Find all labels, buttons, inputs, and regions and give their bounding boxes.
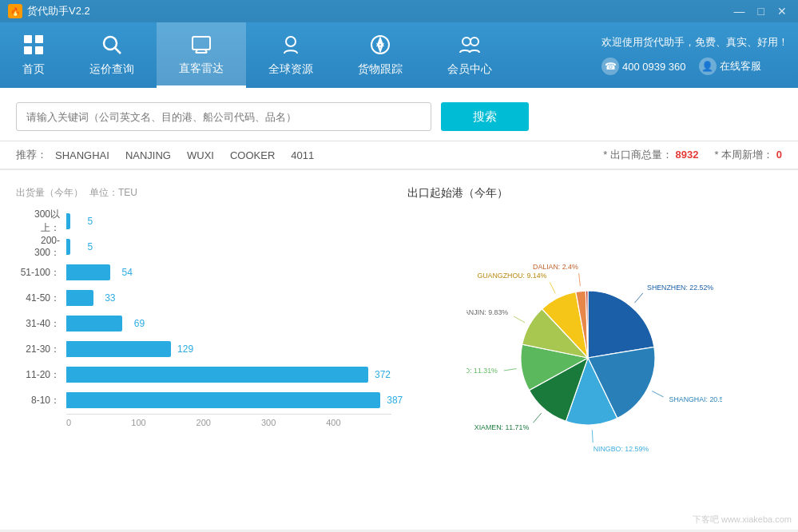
svg-line-18 — [593, 430, 594, 443]
nav-label-member: 会员中心 — [447, 62, 492, 77]
svg-point-4 — [104, 37, 117, 50]
recommend-tags: SHANGHAI NANJING WUXI COOKER 4011 — [55, 149, 314, 161]
contact-bar: ☎ 400 0939 360 👤 在线客服 — [601, 58, 788, 75]
bar-value-label: 5 — [87, 241, 93, 252]
bar-value-label: 33 — [105, 292, 115, 304]
pie-container: SHENZHEN: 22.52%SHANGHAI: 20.5%NINGBO: 1… — [407, 208, 783, 514]
nav-label-home: 首页 — [22, 62, 45, 77]
pie-label: XIAMEN: 11.71% — [474, 423, 530, 431]
nav-item-home[interactable]: 首页 — [0, 22, 67, 88]
total-label: * 出口商总量： — [603, 149, 673, 161]
bar-track: 54 — [66, 264, 391, 280]
search-input[interactable] — [16, 102, 431, 131]
bar-label: 51-100： — [16, 266, 60, 280]
bar-track: 5 — [66, 213, 391, 229]
week-value: 0 — [776, 149, 782, 161]
tag-wuxi[interactable]: WUXI — [187, 149, 214, 161]
recommend-bar: 推荐： SHANGHAI NANJING WUXI COOKER 4011 * … — [0, 141, 798, 170]
nav-item-member[interactable]: 会员中心 — [425, 22, 514, 88]
nav-label-tracking: 货物跟踪 — [358, 62, 403, 77]
bar-label: 200-300： — [16, 235, 60, 260]
nav-label-radar: 直客雷达 — [179, 62, 224, 76]
pie-svg: SHENZHEN: 22.52%SHANGHAI: 20.5%NINGBO: 1… — [466, 249, 722, 473]
bar-row: 300以上：5 — [16, 211, 391, 232]
bar-chart: 300以上：5200-300：551-100：5441-50：3331-40：6… — [16, 211, 391, 411]
x-tick: 100 — [131, 418, 196, 427]
svg-rect-1 — [35, 35, 43, 43]
title-bar-controls: — □ ✕ — [731, 5, 790, 18]
tag-cooker[interactable]: COOKER — [230, 149, 275, 161]
svg-marker-13 — [378, 45, 383, 51]
title-bar: 🔥 货代助手V2.2 — □ ✕ — [0, 0, 798, 22]
tag-nanjing[interactable]: NANJING — [125, 149, 171, 161]
search-section: 搜索 — [0, 88, 798, 141]
pie-label: SHENZHEN: 22.52% — [647, 284, 713, 292]
bar-track: 372 — [66, 367, 391, 383]
phone-icon: ☎ — [601, 58, 619, 75]
svg-rect-6 — [193, 37, 210, 50]
maximize-button[interactable]: □ — [755, 5, 768, 18]
service-badge[interactable]: 👤 在线客服 — [699, 58, 761, 75]
svg-line-17 — [653, 391, 664, 397]
search-icon — [101, 34, 123, 59]
pie-label: QINGDAO: 11.31% — [466, 367, 498, 375]
nav-item-radar[interactable]: 直客雷达 — [157, 22, 246, 88]
bar-track: 129 — [66, 341, 391, 357]
pie-chart-section: 出口起始港（今年） SHENZHEN: 22.52%SHANGHAI: 20.5… — [407, 186, 783, 514]
svg-rect-0 — [24, 35, 32, 43]
total-stat: * 出口商总量： 8932 — [603, 148, 698, 162]
bar-value-label: 69 — [134, 318, 145, 329]
close-button[interactable]: ✕ — [774, 5, 790, 18]
tag-shanghai[interactable]: SHANGHAI — [55, 149, 109, 161]
pie-label: GUANGZHOU: 9.14% — [478, 272, 547, 280]
recommend-stats: * 出口商总量： 8932 * 本周新增： 0 — [603, 148, 782, 162]
nav-right: 欢迎使用货代助手，免费、真实、好用！ ☎ 400 0939 360 👤 在线客服 — [601, 22, 798, 88]
svg-line-23 — [579, 273, 581, 286]
tag-4011[interactable]: 4011 — [291, 149, 314, 161]
pie-chart-title: 出口起始港（今年） — [407, 186, 783, 200]
search-button[interactable]: 搜索 — [441, 102, 529, 131]
bar-fill: 5 — [66, 213, 70, 229]
pie-label: SHANGHAI: 20.5% — [669, 395, 722, 403]
service-label: 在线客服 — [720, 59, 761, 73]
minimize-button[interactable]: — — [731, 5, 748, 18]
nav-item-tracking[interactable]: 货物跟踪 — [335, 22, 425, 88]
bar-label: 8-10： — [16, 394, 60, 407]
bar-value-label: 387 — [387, 395, 403, 406]
bar-label: 300以上： — [16, 208, 60, 235]
week-stat: * 本周新增： 0 — [714, 148, 782, 162]
watermark: 下客吧 www.xiakeba.com — [693, 514, 792, 526]
bar-fill: 387 — [66, 392, 380, 408]
bar-label: 31-40： — [16, 317, 60, 331]
bar-row: 21-30：129 — [16, 339, 391, 359]
welcome-text: 欢迎使用货代助手，免费、真实、好用！ — [601, 35, 788, 50]
pie-label: TIANJIN: 9.83% — [466, 308, 508, 316]
bar-row: 11-20：372 — [16, 364, 391, 385]
svg-line-21 — [514, 316, 525, 323]
bar-fill: 129 — [66, 341, 171, 357]
bar-fill: 54 — [66, 264, 110, 280]
bar-fill: 5 — [66, 239, 70, 255]
x-tick: 400 — [326, 418, 391, 427]
x-tick: 0 — [66, 418, 131, 427]
svg-point-10 — [286, 37, 296, 46]
svg-point-15 — [470, 38, 478, 46]
svg-line-19 — [534, 413, 542, 423]
svg-line-16 — [635, 293, 643, 303]
pie-segment — [588, 291, 654, 358]
bar-row: 51-100：54 — [16, 262, 391, 283]
bar-row: 8-10：387 — [16, 390, 391, 411]
title-bar-left: 🔥 货代助手V2.2 — [8, 4, 90, 18]
bar-chart-unit: 单位：TEU — [89, 186, 137, 200]
x-axis: 0100200300400 — [66, 414, 391, 427]
app-title: 货代助手V2.2 — [27, 4, 90, 18]
bar-track: 33 — [66, 290, 391, 306]
home-icon — [22, 34, 45, 59]
svg-line-5 — [115, 48, 121, 54]
nav-item-global[interactable]: 全球资源 — [246, 22, 335, 88]
bar-label: 11-20： — [16, 368, 60, 382]
bar-value-label: 54 — [122, 267, 133, 278]
service-icon: 👤 — [699, 58, 717, 75]
nav-item-freight[interactable]: 运价查询 — [67, 22, 157, 88]
week-label: * 本周新增： — [714, 149, 773, 161]
